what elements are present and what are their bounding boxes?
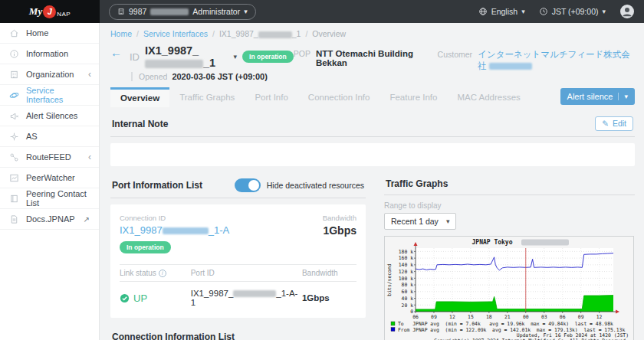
info-icon[interactable]: i: [159, 270, 166, 277]
check-circle-icon: [120, 293, 130, 303]
jpnap-logo[interactable]: My J NAP: [0, 0, 100, 23]
svg-text:15: 15: [468, 314, 474, 320]
tab-mac-addresses[interactable]: MAC Addresses: [447, 87, 530, 107]
pencil-icon: ✎: [602, 119, 609, 128]
svg-text:00: 00: [523, 314, 529, 320]
tab-overview[interactable]: Overview: [110, 87, 169, 107]
tab-connection-info[interactable]: Connection Info: [298, 87, 380, 107]
sidebar-nav: Home Information Organization ‹ Service …: [0, 23, 100, 340]
sidebar-item-label: Service Interfaces: [26, 86, 91, 104]
tab-traffic-graphs[interactable]: Traffic Graphs: [169, 87, 245, 107]
organization-selector[interactable]: 9987 Administrator ▾: [109, 4, 256, 20]
clock-icon: [539, 7, 548, 16]
svg-text:180 k: 180 k: [399, 249, 413, 255]
sidebar-item-peering-contact-list[interactable]: Peering Contact List: [0, 188, 99, 209]
sidebar-item-routefeed[interactable]: RouteFEED ‹: [0, 147, 99, 168]
breadcrumb-service-interfaces[interactable]: Service Interfaces: [143, 29, 208, 38]
interface-id-block: ID IX1_9987__1 ▾ In operation Opened 202…: [130, 44, 294, 81]
sidebar-item-information[interactable]: Information: [0, 44, 99, 64]
pop-value: NTT Otemachi Building Bekkan: [316, 49, 415, 67]
svg-text:09: 09: [431, 314, 437, 320]
book-icon: [9, 194, 19, 204]
svg-text:09: 09: [578, 314, 584, 320]
chevron-down-icon: ▾: [618, 93, 628, 100]
user-avatar-icon[interactable]: [619, 4, 635, 19]
svg-text:12: 12: [596, 314, 603, 320]
link-status-value: UP: [133, 293, 147, 304]
tab-feature-info[interactable]: Feature Info: [380, 87, 447, 107]
svg-text:JPNAP Tokyo: JPNAP Tokyo: [472, 239, 513, 246]
breadcrumb-separator: /: [136, 29, 139, 38]
meta-group: POP NTT Otemachi Building Bekkan Custome…: [294, 44, 635, 72]
sidebar-item-as[interactable]: AS: [0, 126, 99, 147]
breadcrumb-home[interactable]: Home: [110, 29, 132, 38]
toggle-label: Hide deactivated resources: [267, 181, 364, 190]
connection-info-header: Connection Information List: [110, 329, 366, 340]
opened-line: Opened 2020-03-06 JST (+09:00): [131, 72, 294, 81]
logo-text-nap: NAP: [57, 11, 71, 18]
building-icon: [9, 70, 19, 80]
id-dropdown-toggle[interactable]: ▾: [234, 53, 238, 60]
alert-silence-button[interactable]: Alert silence ▾: [560, 88, 635, 105]
redacted-id-part: [233, 290, 276, 297]
port-row: UP IX1_9987__1-A-1 1Gbps: [120, 282, 356, 309]
line-chart-icon: [9, 173, 19, 183]
traffic-graphs-title: Traffic Graphs: [386, 178, 448, 189]
top-header: My J NAP 9987 Administrator ▾ English ▾ …: [0, 0, 644, 23]
bandwidth-value: 1Gbps: [323, 224, 356, 237]
sidebar-item-organization[interactable]: Organization ‹: [0, 64, 99, 85]
redacted-organization-name: [150, 8, 189, 15]
traffic-graphs-header: Traffic Graphs: [384, 175, 635, 195]
organization-role: Administrator: [192, 7, 240, 16]
hide-deactivated-toggle[interactable]: [235, 178, 261, 192]
sidebar-item-alert-silences[interactable]: Alert Silences: [0, 106, 99, 126]
sidebar-item-home[interactable]: Home: [0, 23, 99, 44]
chevron-down-icon: ▾: [244, 8, 248, 15]
tab-bar: Overview Traffic Graphs Port Info Connec…: [100, 87, 644, 107]
sidebar-item-service-interfaces[interactable]: Service Interfaces: [0, 85, 99, 106]
timezone-selector[interactable]: JST (+09:00) ▾: [539, 7, 606, 16]
sidebar-item-peerwatcher[interactable]: PeerWatcher: [0, 168, 99, 188]
port-info-header: Port Information List Hide deactivated r…: [110, 175, 366, 198]
svg-text:40 k: 40 k: [402, 296, 414, 302]
svg-text:Copyright(c) 1997-2024 Interne: Copyright(c) 1997-2024 Internet Multifee…: [434, 338, 629, 340]
organization-id: 9987: [129, 7, 146, 16]
sidebar-item-label: Home: [26, 28, 48, 38]
internal-note-header: Internal Note ✎ Edit: [110, 113, 635, 137]
edit-note-button[interactable]: ✎ Edit: [595, 116, 633, 131]
port-card: Connection ID IX1_9987_1-A In operation …: [110, 204, 366, 318]
chevron-down-icon: ▾: [521, 8, 525, 15]
home-icon: [9, 28, 19, 38]
language-selector[interactable]: English ▾: [478, 7, 525, 16]
sidebar-item-docs-jpnap[interactable]: Docs.JPNAP ↗: [0, 209, 99, 230]
svg-text:120 k: 120 k: [399, 269, 413, 275]
tab-port-info[interactable]: Port Info: [245, 87, 297, 107]
internal-note-card: [110, 143, 635, 166]
sidebar-item-label: Organization: [26, 70, 74, 79]
sidebar-item-label: Alert Silences: [26, 111, 77, 120]
back-button[interactable]: ←: [110, 46, 122, 59]
bandwidth-block: Bandwidth 1Gbps: [323, 214, 356, 253]
organization-icon: [117, 8, 125, 15]
svg-text:06: 06: [412, 314, 419, 320]
pop-label: POP: [294, 49, 310, 58]
port-id-cell: IX1_9987__1-A-1: [191, 282, 302, 309]
connection-id-link[interactable]: IX1_9987_1-A: [120, 224, 229, 236]
connection-id-label: Connection ID: [120, 214, 229, 222]
logo-text-my: My: [29, 5, 42, 18]
breadcrumb-current: Overview: [312, 29, 346, 38]
bandwidth-label: Bandwidth: [323, 214, 356, 222]
customer-link[interactable]: インターネットマルチフィード株式会社: [478, 49, 632, 72]
range-select[interactable]: Recent 1 day ▾: [384, 213, 456, 230]
customer-label: Customer: [438, 50, 473, 59]
document-icon: [9, 214, 19, 224]
svg-text:80 k: 80 k: [402, 282, 414, 288]
port-table: Link statusi Port ID Bandwidth UP: [120, 264, 356, 309]
svg-text:03: 03: [541, 314, 547, 320]
connection-info-title: Connection Information List: [112, 332, 235, 340]
redacted-id-part: [145, 60, 203, 68]
main-area: Home / Service Interfaces / IX1_9987__1 …: [100, 23, 644, 340]
page-title-row: ← ID IX1_9987__1 ▾ In operation Opened 2…: [100, 41, 644, 81]
internal-note-title: Internal Note: [112, 119, 168, 129]
col-port-id: Port ID: [191, 265, 302, 282]
